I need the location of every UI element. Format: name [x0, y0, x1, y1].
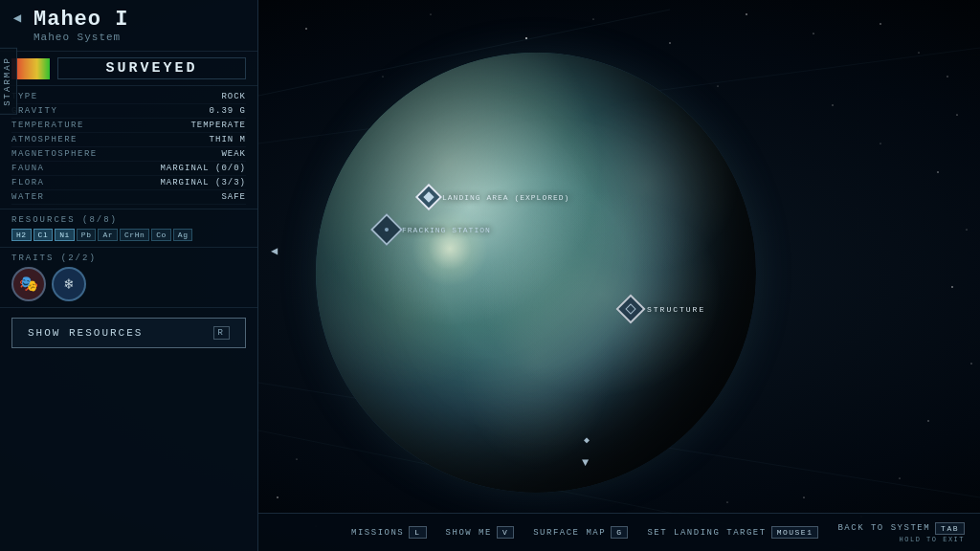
planet-name: Maheo I	[33, 8, 246, 32]
left-panel: STARMAP ◀ Maheo I Maheo System SURVEYED …	[0, 0, 258, 551]
stat-label: FLORA	[11, 178, 45, 187]
resource-badge: Pb	[77, 229, 97, 241]
surface-map-key: G	[611, 526, 628, 539]
bottom-bar: MISSIONS L SHOW ME V SURFACE MAP G SET L…	[258, 513, 980, 551]
stat-label: ATMOSPHERE	[11, 135, 78, 144]
missions-key: L	[409, 526, 426, 539]
svg-point-7	[880, 23, 881, 25]
svg-point-28	[880, 143, 880, 143]
stat-row: FLORA MARGINAL (3/3)	[11, 176, 246, 190]
trait-icon: 🎭	[11, 267, 46, 301]
stat-row: FAUNA MARGINAL (0/0)	[11, 162, 246, 176]
starmap-tab-label: STARMAP	[3, 56, 12, 106]
stat-row: GRAVITY 0.39 G	[11, 104, 246, 119]
stat-label: GRAVITY	[11, 106, 57, 116]
svg-point-5	[746, 13, 747, 15]
stat-row: WATER SAFE	[11, 190, 246, 205]
svg-point-1	[430, 13, 431, 14]
stat-value: MARGINAL (3/3)	[160, 178, 246, 187]
nav-arrow-left[interactable]: ◀	[271, 244, 278, 258]
svg-point-12	[967, 230, 968, 231]
system-name: Maheo System	[33, 32, 246, 43]
stat-row: TEMPERATURE TEMPERATE	[11, 119, 246, 133]
svg-point-27	[832, 104, 834, 106]
missions-label: MISSIONS	[351, 528, 404, 538]
structure-marker[interactable]: STRUCTURE	[620, 298, 705, 320]
planet-title-section: Maheo I Maheo System	[0, 0, 257, 52]
stat-value: SAFE	[221, 192, 246, 202]
fracking-station-marker[interactable]: FRACKING STATION	[375, 218, 491, 241]
nav-arrow-down[interactable]: ▼	[582, 456, 589, 470]
planet-container	[268, 19, 804, 526]
stats-table: TYPE ROCK GRAVITY 0.39 G TEMPERATURE TEM…	[0, 86, 257, 209]
trait-icons: 🎭❄	[11, 267, 246, 301]
stat-value: ROCK	[221, 92, 246, 101]
stat-row: ATMOSPHERE THIN M	[11, 133, 246, 147]
svg-point-15	[927, 420, 928, 421]
svg-point-6	[813, 33, 813, 33]
stat-value: 0.39 G	[210, 106, 246, 116]
svg-point-13	[951, 286, 953, 288]
back-arrow-icon: ◀	[13, 10, 21, 26]
svg-point-11	[937, 171, 939, 173]
nav-diamond-bottom[interactable]: ◆	[584, 434, 590, 446]
svg-point-14	[970, 363, 971, 364]
back-to-system-action[interactable]: BACK TO SYSTEM TAB HOLD TO EXIT	[837, 522, 965, 543]
stat-value: MARGINAL (0/0)	[160, 164, 246, 173]
landing-area-label: LANDING AREA (EXPLORED)	[442, 193, 569, 202]
fracking-station-label: FRACKING STATION	[402, 226, 491, 234]
traits-section: TRAITS (2/2) 🎭❄	[0, 248, 257, 308]
svg-point-10	[956, 114, 957, 115]
starmap-tab[interactable]: STARMAP	[0, 48, 17, 115]
landing-area-marker[interactable]: LANDING AREA (EXPLORED)	[419, 187, 569, 207]
missions-action[interactable]: MISSIONS L	[351, 526, 427, 539]
show-resources-label: SHOW RESOURCES	[28, 327, 143, 339]
resource-badge: Ar	[98, 229, 118, 241]
set-landing-label: SET LANDING TARGET	[647, 528, 766, 538]
stat-label: MAGNETOSPHERE	[11, 149, 98, 159]
surveyed-section: SURVEYED	[0, 52, 257, 86]
stat-label: TEMPERATURE	[11, 121, 84, 130]
resource-badges: H2ClNiPbArCrHnCoAg	[11, 229, 246, 241]
set-landing-action[interactable]: SET LANDING TARGET MOUSE1	[647, 526, 818, 539]
stat-label: WATER	[11, 192, 45, 202]
back-to-system-key: TAB	[935, 522, 965, 535]
show-resources-key: R	[213, 326, 230, 340]
svg-point-8	[919, 53, 920, 54]
surface-map-label: SURFACE MAP	[533, 528, 606, 538]
show-me-action[interactable]: SHOW ME V	[446, 526, 515, 539]
back-arrow[interactable]: ◀	[8, 8, 27, 27]
stat-label: FAUNA	[11, 164, 45, 173]
resource-badge: Cl	[33, 229, 54, 241]
svg-point-16	[900, 478, 901, 479]
stat-row: TYPE ROCK	[11, 90, 246, 104]
back-to-system-label: BACK TO SYSTEM	[837, 523, 930, 533]
trait-icon: ❄	[52, 267, 86, 301]
resource-badge: CrHn	[120, 229, 149, 241]
show-me-label: SHOW ME	[446, 528, 492, 538]
stat-row: MAGNETOSPHERE WEAK	[11, 147, 246, 162]
resource-badge: Co	[151, 229, 171, 241]
resources-header: RESOURCES (8/8)	[11, 215, 246, 225]
stat-value: WEAK	[221, 149, 246, 159]
svg-point-9	[947, 76, 947, 77]
show-resources-button[interactable]: SHOW RESOURCES R	[11, 318, 246, 348]
structure-label: STRUCTURE	[647, 305, 705, 314]
survey-color-bar	[11, 58, 50, 79]
resources-section: RESOURCES (8/8) H2ClNiPbArCrHnCoAg	[0, 209, 257, 248]
resource-badge: H2	[11, 229, 32, 241]
stat-value: TEMPERATE	[190, 121, 246, 130]
show-me-key: V	[497, 526, 514, 539]
hold-to-exit-label: HOLD TO EXIT	[900, 536, 965, 543]
stat-value: THIN M	[210, 135, 246, 144]
planet	[316, 53, 756, 493]
resource-badge: Ni	[55, 229, 75, 241]
resource-badge: Ag	[173, 229, 193, 241]
set-landing-key: MOUSE1	[771, 526, 819, 539]
surface-map-action[interactable]: SURFACE MAP G	[533, 526, 628, 539]
traits-header: TRAITS (2/2)	[11, 253, 246, 263]
surveyed-label: SURVEYED	[57, 57, 246, 79]
